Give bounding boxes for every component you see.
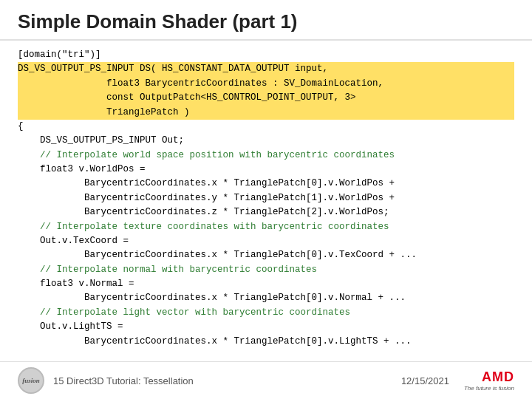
code-line-3: float3 BarycentricCoordinates : SV_Domai…	[18, 77, 514, 91]
title-bar: Simple Domain Shader (part 1)	[0, 0, 532, 41]
code-line-21: BarycentricCoordinates.x * TrianglePatch…	[18, 335, 514, 349]
code-line-8: // Interpolate world space position with…	[18, 149, 514, 163]
code-block: [domain("tri")]DS_VS_OUTPUT_PS_INPUT DS(…	[18, 48, 514, 349]
slide-title: Simple Domain Shader (part 1)	[18, 10, 514, 33]
amd-logo: AMD The future is fusion	[464, 369, 514, 392]
code-line-9: float3 v.WorldPos =	[18, 163, 514, 177]
code-line-6: {	[18, 120, 514, 134]
fusion-logo-text: fusion	[22, 377, 40, 384]
code-area: [domain("tri")]DS_VS_OUTPUT_PS_INPUT DS(…	[0, 41, 532, 361]
code-line-20: Out.v.LightTS =	[18, 320, 514, 334]
code-line-19: // Interpolate light vector with barycen…	[18, 306, 514, 320]
code-line-11: BarycentricCoordinates.y * TrianglePatch…	[18, 191, 514, 205]
code-line-12: BarycentricCoordinates.z * TrianglePatch…	[18, 205, 514, 219]
code-line-7: DS_VS_OUTPUT_PS_INPUT Out;	[18, 134, 514, 148]
code-line-18: BarycentricCoordinates.x * TrianglePatch…	[18, 291, 514, 305]
footer: fusion 15 Direct3D Tutorial: Tessellatio…	[0, 361, 532, 399]
code-line-13: // Interpolate texture coordinates with …	[18, 220, 514, 234]
page-number: 15	[53, 375, 64, 386]
code-line-16: // Interpolate normal with barycentric c…	[18, 263, 514, 277]
footer-tutorial-label: 15 Direct3D Tutorial: Tessellation	[53, 375, 401, 386]
amd-brand-text: AMD	[482, 369, 514, 385]
tutorial-text: Direct3D Tutorial: Tessellation	[66, 375, 194, 386]
amd-tagline-text: The future is fusion	[464, 385, 514, 392]
slide: Simple Domain Shader (part 1) [domain("t…	[0, 0, 532, 399]
footer-date: 12/15/2021	[401, 375, 449, 386]
code-line-14: Out.v.TexCoord =	[18, 234, 514, 248]
code-line-1: [domain("tri")]	[18, 48, 514, 62]
fusion-logo: fusion	[18, 367, 44, 394]
code-line-17: float3 v.Normal =	[18, 277, 514, 291]
code-line-10: BarycentricCoordinates.x * TrianglePatch…	[18, 177, 514, 191]
code-line-5: TrianglePatch )	[18, 106, 514, 120]
code-line-2: DS_VS_OUTPUT_PS_INPUT DS( HS_CONSTANT_DA…	[18, 62, 514, 76]
code-line-15: BarycentricCoordinates.x * TrianglePatch…	[18, 248, 514, 262]
code-line-4: const OutputPatch<HS_CONTROL_POINT_OUTPU…	[18, 91, 514, 105]
